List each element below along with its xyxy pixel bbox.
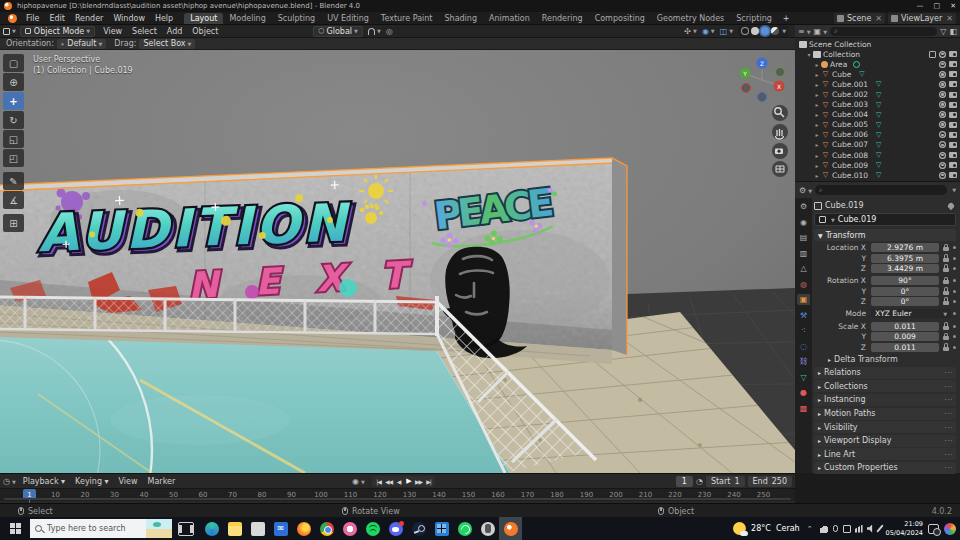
discord-app-icon[interactable] [384, 517, 407, 540]
scene-properties-tab[interactable]: △ [797, 263, 810, 274]
properties-filter-dropdown[interactable]: ▼ [952, 187, 956, 193]
workspace-tab-sculpting[interactable]: Sculpting [272, 13, 321, 24]
eye-icon[interactable] [939, 131, 946, 138]
viewport-canvas[interactable]: AUDITION AUDITION NEXT [0, 50, 795, 473]
y-value-field[interactable]: 6.3975 m [871, 254, 939, 263]
pen-tray-icon[interactable] [876, 524, 883, 532]
outliner-display-mode-dropdown[interactable]: ≡▼ [798, 27, 811, 36]
blender-app-icon[interactable] [499, 517, 522, 540]
camera-icon[interactable] [949, 71, 957, 77]
file-explorer-app-icon[interactable] [223, 517, 246, 540]
eye-icon[interactable] [939, 61, 946, 68]
z-value-field[interactable]: 0.011 [871, 343, 939, 352]
workspace-tab-modeling[interactable]: Modeling [223, 13, 271, 24]
taskbar-search-input[interactable]: Type here to search [30, 519, 172, 538]
world-properties-tab[interactable]: ◍ [797, 279, 810, 290]
transform-section-header[interactable]: ▼Transform [814, 229, 956, 241]
viewlayer-selector[interactable]: ViewLayer✕ [888, 13, 956, 24]
maximize-button[interactable]: □ [934, 2, 941, 10]
chrome-app-icon[interactable] [315, 517, 338, 540]
outliner-row[interactable]: Scene Collection [795, 39, 960, 49]
pin-icon[interactable] [947, 201, 955, 209]
jump-to-end-button[interactable]: ▶| [424, 476, 433, 487]
constraints-properties-tab[interactable]: ⛓ [797, 356, 810, 367]
outliner-options-icon[interactable]: ◧ [949, 27, 957, 36]
shading-dropdown[interactable]: ▼ [782, 28, 786, 34]
outliner-row[interactable]: ▸▽Cube.007▽ [795, 140, 960, 150]
viewport-menu-select[interactable]: Select [127, 27, 162, 36]
relations-section[interactable]: ▸Relations⋯ [814, 367, 956, 379]
timeline-editor-type-dropdown[interactable]: ◷▼ [3, 477, 16, 486]
delta-transform-section[interactable]: ▸Delta Transform [814, 354, 956, 365]
expand-arrow[interactable]: ▸ [813, 131, 821, 138]
view-layer-properties-tab[interactable]: ▥ [797, 248, 810, 259]
expand-arrow[interactable]: ▸ [813, 71, 821, 78]
workspace-tab-layout[interactable]: Layout [184, 13, 223, 24]
camera-icon[interactable] [949, 152, 957, 158]
steam-app-icon[interactable] [407, 517, 430, 540]
object-name-field[interactable]: ▼ Cube.019 [814, 213, 956, 226]
cursor-tool[interactable]: ⊕ [3, 73, 24, 91]
clock[interactable]: 21:09 05/04/2024 [886, 520, 923, 536]
workspace-tab-shading[interactable]: Shading [438, 13, 483, 24]
outliner-row[interactable]: ▾Collection [795, 49, 960, 59]
scale-x-value-field[interactable]: 0.011 [871, 322, 939, 331]
outliner-funnel-icon[interactable]: ▽ [940, 27, 946, 36]
lock-icon[interactable] [943, 297, 949, 305]
frame-end-field[interactable]: End250 [748, 476, 792, 487]
eye-icon[interactable] [939, 121, 946, 128]
modifiers-properties-tab[interactable]: ⚒ [797, 310, 810, 321]
animate-dot[interactable] [953, 290, 956, 293]
eye-icon[interactable] [939, 71, 946, 78]
hidden-icons-caret[interactable]: ⌃ [807, 525, 813, 533]
render-properties-tab[interactable]: ◉ [797, 217, 810, 228]
box-select-tool[interactable]: ▢ [3, 54, 24, 72]
orientation-dropdown[interactable]: ⌖Default▼ [57, 39, 106, 49]
workspace-tab-uv-editing[interactable]: UV Editing [321, 13, 375, 24]
blender-menu-icon[interactable] [8, 14, 17, 23]
outliner-row[interactable]: ▸▽Cube.003▽ [795, 100, 960, 110]
collections-section[interactable]: ▸Collections⋯ [814, 380, 956, 392]
animate-dot[interactable] [953, 325, 956, 328]
outliner-filter-dropdown[interactable]: ▣▼ [814, 27, 827, 36]
rotate-tool[interactable]: ↻ [3, 111, 24, 129]
proportional-editing-toggle[interactable]: ◎ [386, 27, 393, 36]
chain-link-fence-back[interactable] [0, 296, 437, 334]
store-app-icon[interactable] [246, 517, 269, 540]
move-tool[interactable]: + [3, 92, 24, 110]
current-frame-field[interactable]: 1 [676, 476, 693, 487]
outliner-row[interactable]: ▸▽Cube.004▽ [795, 110, 960, 120]
object-properties-tab[interactable]: ▣ [797, 294, 810, 305]
color-wheel-tray-icon[interactable] [944, 523, 956, 535]
object-data-properties-tab[interactable]: ▽ [797, 372, 810, 383]
outliner-row[interactable]: ▸▽Cube.008▽ [795, 150, 960, 160]
annotate-tool[interactable]: ✎ [3, 172, 24, 190]
camera-icon[interactable] [949, 132, 957, 138]
animate-dot[interactable] [953, 257, 956, 260]
y-value-field[interactable]: 0° [871, 287, 939, 296]
expand-arrow[interactable]: ▸ [813, 121, 821, 128]
solid-shading-button[interactable] [751, 27, 759, 35]
drag-dropdown[interactable]: Select Box▼ [139, 39, 195, 49]
eye-icon[interactable] [939, 111, 946, 118]
show-gizmo-dropdown[interactable]: ✣▼ [684, 27, 697, 36]
camera-icon[interactable] [949, 92, 957, 98]
menu-edit[interactable]: Edit [44, 14, 70, 23]
animate-dot[interactable] [953, 279, 956, 282]
rotation-x-value-field[interactable]: 90° [871, 276, 939, 285]
add-workspace-button[interactable]: + [778, 14, 795, 23]
animate-dot[interactable] [953, 300, 956, 303]
expand-arrow[interactable]: ▸ [813, 61, 821, 68]
outliner-row[interactable]: ▸▽Cube.006▽ [795, 130, 960, 140]
properties-search-input[interactable]: ⌕ [815, 185, 947, 195]
animate-dot[interactable] [953, 267, 956, 270]
physics-properties-tab[interactable]: ◌ [797, 341, 810, 352]
frame-start-field[interactable]: Start1 [706, 476, 745, 487]
workspace-tab-animation[interactable]: Animation [483, 13, 536, 24]
workspace-tab-rendering[interactable]: Rendering [536, 13, 589, 24]
outliner-row[interactable]: ▸▽Cube.002▽ [795, 89, 960, 99]
instancing-section[interactable]: ▸Instancing⋯ [814, 394, 956, 406]
expand-arrow[interactable]: ▾ [805, 51, 813, 58]
expand-arrow[interactable]: ▸ [813, 152, 821, 159]
lock-icon[interactable] [943, 277, 949, 285]
